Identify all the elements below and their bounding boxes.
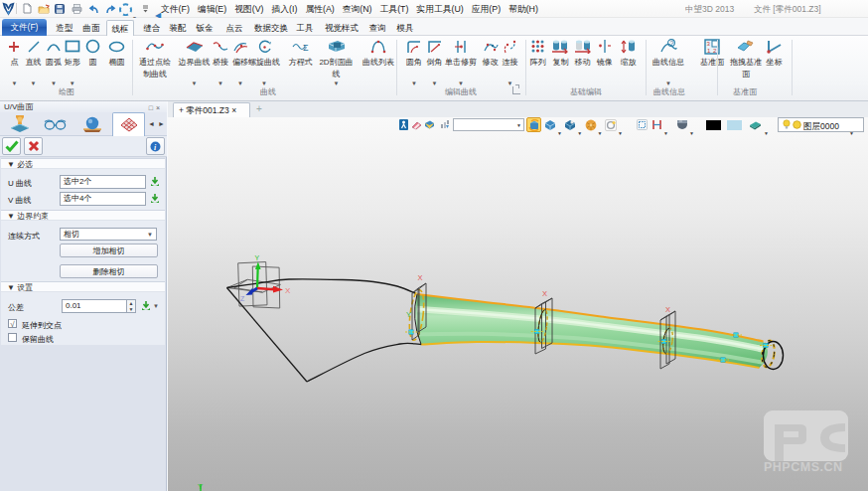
svg-text:Σ: Σ bbox=[303, 43, 309, 53]
svg-text:Y: Y bbox=[406, 310, 411, 319]
svg-text:?: ? bbox=[670, 40, 674, 47]
svg-text:X: X bbox=[285, 286, 291, 295]
svg-text:Y: Y bbox=[255, 254, 260, 261]
svg-text:Z: Z bbox=[240, 295, 245, 302]
svg-text:X: X bbox=[542, 289, 547, 298]
svg-text:X: X bbox=[665, 305, 670, 314]
svg-text:X: X bbox=[418, 273, 423, 282]
